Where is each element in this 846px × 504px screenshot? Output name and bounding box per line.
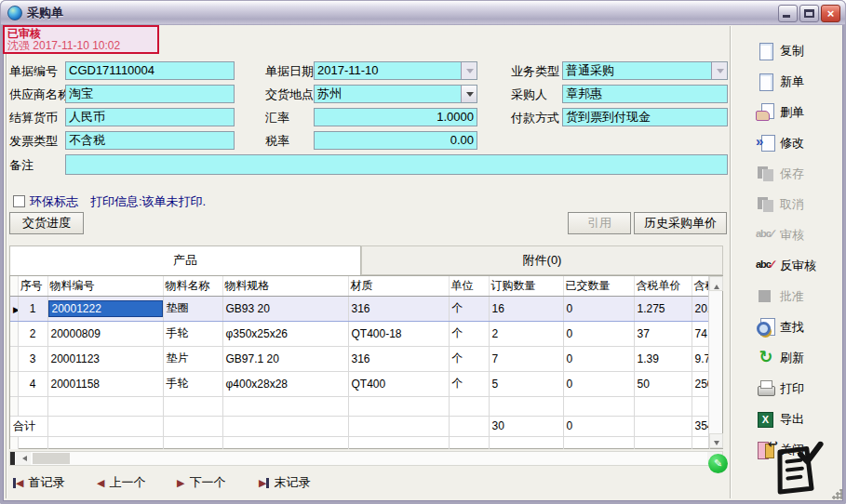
- table-row[interactable]: 3 20001123 垫片 GB97.1 20 316 个 7 0 1.39 9…: [10, 346, 709, 371]
- nav-label: 下一个: [189, 474, 225, 491]
- resize-grip[interactable]: [831, 489, 842, 500]
- tax-rate-label: 税率: [265, 132, 289, 151]
- first-record-icon: ◀: [13, 477, 23, 489]
- toolbar-label: 删单: [780, 104, 804, 121]
- toolbar-label: 刷新: [780, 350, 804, 366]
- product-table: 序号 物料编号 物料名称 物料规格 材质 单位 订购数量 已交数量 含税单价 含…: [10, 276, 710, 449]
- delivery-progress-button[interactable]: 交货进度: [9, 212, 84, 234]
- modify-icon: [756, 134, 776, 153]
- minimize-button[interactable]: [778, 5, 798, 22]
- purchaser-label: 采购人: [511, 86, 547, 104]
- purchase-order-window: 采购单 × 已审核 沈强 2017-11-10 10:02 单据编号 CGD17…: [0, 0, 846, 504]
- column-header-no[interactable]: 序号: [18, 276, 47, 296]
- horizontal-scrollbar[interactable]: [9, 451, 723, 466]
- audit-icon: abc✓: [756, 226, 776, 245]
- empty-row[interactable]: [10, 396, 709, 416]
- doc-no-label: 单据编号: [9, 62, 58, 81]
- titlebar[interactable]: 采购单 ×: [1, 1, 845, 25]
- tax-rate-field[interactable]: 0.00: [314, 131, 477, 150]
- total-row: 合计 30 0 354: [10, 416, 709, 436]
- toolbar-button-copy[interactable]: 复制: [756, 39, 841, 63]
- table-row[interactable]: 4 20001158 手轮 φ400x28x28 QT400 个 5 0 50 …: [10, 371, 709, 396]
- currency-field[interactable]: 人民币: [65, 108, 235, 126]
- scrollbar-thumb[interactable]: [33, 453, 70, 464]
- eco-label-text: 环保标志: [30, 194, 78, 209]
- table-row-selected[interactable]: ▶ 1 20001222 垫圈 GB93 20 316 个 16 0 1.275…: [10, 296, 709, 321]
- filler-row: [10, 436, 709, 449]
- column-header-delivered[interactable]: 已交数量: [563, 276, 634, 296]
- splitter-nub[interactable]: [10, 452, 15, 465]
- nav-last-record[interactable]: ▶ 末记录: [259, 473, 310, 492]
- copy-icon: [756, 42, 776, 60]
- eco-label-checkbox[interactable]: [13, 195, 25, 207]
- column-header-price[interactable]: 含税单价: [634, 276, 692, 296]
- nav-label: 上一个: [109, 474, 145, 491]
- exchange-rate-field[interactable]: 1.0000: [314, 108, 477, 126]
- nav-label: 首记录: [28, 474, 64, 491]
- print-info-text: 打印信息:该单未打印.: [90, 194, 206, 209]
- toolbar-label: 审核: [780, 227, 804, 244]
- selected-cell[interactable]: 20001222: [48, 300, 163, 317]
- vertical-scrollbar[interactable]: [708, 276, 722, 448]
- column-header-unit[interactable]: 单位: [449, 276, 489, 296]
- column-header-name[interactable]: 物料名称: [163, 276, 222, 296]
- doc-no-field[interactable]: CGD171110004: [65, 61, 235, 80]
- nav-previous[interactable]: ◀ 上一个: [97, 473, 145, 492]
- approve-icon: [756, 287, 776, 306]
- toolbar-button-export[interactable]: 导出: [756, 407, 841, 431]
- scroll-down-icon[interactable]: [709, 433, 723, 448]
- total-qty: 30: [489, 416, 563, 436]
- product-grid: 序号 物料编号 物料名称 物料规格 材质 单位 订购数量 已交数量 含税单价 含…: [9, 275, 723, 449]
- price-history-button[interactable]: 历史采购单价: [634, 212, 727, 234]
- delete-document-icon: [756, 103, 776, 122]
- column-header-code[interactable]: 物料编号: [47, 276, 163, 296]
- previous-icon: ◀: [97, 477, 104, 489]
- toolbar-button-unaudit[interactable]: abc✓ 反审核: [756, 254, 841, 278]
- tab-attachment[interactable]: 附件(0): [361, 245, 723, 275]
- table-row[interactable]: 2 20000809 手轮 φ350x25x26 QT400-18 个 2 0 …: [10, 321, 709, 346]
- biz-type-field[interactable]: 普通采购: [562, 61, 728, 80]
- toolbar-button-delete[interactable]: 删单: [756, 100, 841, 125]
- maximize-button[interactable]: [799, 5, 819, 22]
- cancel-icon: [756, 195, 776, 214]
- nav-next[interactable]: ▶ 下一个: [177, 473, 225, 492]
- toolbar-button-find[interactable]: 查找: [756, 315, 841, 339]
- toolbar-label: 新单: [780, 73, 804, 90]
- tab-product[interactable]: 产品: [9, 245, 361, 275]
- new-document-icon: [756, 73, 776, 91]
- printer-icon: [756, 379, 776, 398]
- toolbar-button-modify[interactable]: 修改: [756, 131, 841, 155]
- toolbar-label: 修改: [780, 135, 804, 152]
- column-header-material[interactable]: 材质: [348, 276, 449, 296]
- app-globe-icon: [7, 6, 22, 20]
- toolbar-button-new[interactable]: 新单: [756, 70, 841, 94]
- purchaser-field[interactable]: 章邦惠: [562, 85, 728, 103]
- doc-date-dropdown-icon: [461, 62, 477, 79]
- toolbar-label: 查找: [780, 319, 804, 336]
- window-title: 采购单: [27, 5, 63, 21]
- delivery-place-field[interactable]: 苏州: [314, 85, 477, 103]
- close-button[interactable]: ×: [821, 5, 840, 22]
- column-header-spec[interactable]: 物料规格: [222, 276, 348, 296]
- delivery-place-dropdown-icon[interactable]: [461, 86, 477, 102]
- remark-field[interactable]: [65, 154, 728, 175]
- toolbar-button-print[interactable]: 打印: [756, 377, 841, 401]
- delivery-place-label: 交货地点: [265, 86, 314, 104]
- scroll-left-icon[interactable]: [16, 452, 31, 465]
- doc-date-value: 2017-11-10: [317, 63, 379, 77]
- invoice-type-field[interactable]: 不含税: [65, 131, 235, 150]
- payment-field[interactable]: 货到票到付现金: [562, 108, 728, 126]
- supplier-field[interactable]: 淘宝: [65, 85, 235, 103]
- save-icon: [756, 165, 776, 183]
- column-header-qty[interactable]: 订购数量: [489, 276, 563, 296]
- search-icon: [756, 318, 776, 337]
- scroll-up-icon[interactable]: [709, 276, 723, 291]
- next-icon: ▶: [177, 477, 184, 489]
- column-header-amount[interactable]: 含税金额: [692, 276, 709, 296]
- toolbar-button-refresh[interactable]: ↻ 刷新: [756, 346, 841, 370]
- status-edit-icon: ✎: [708, 454, 728, 473]
- doc-date-field[interactable]: 2017-11-10: [314, 61, 477, 80]
- nav-first-record[interactable]: ◀ 首记录: [13, 473, 64, 492]
- toolbar-label: 反审核: [780, 258, 816, 274]
- last-record-icon: ▶: [259, 477, 269, 489]
